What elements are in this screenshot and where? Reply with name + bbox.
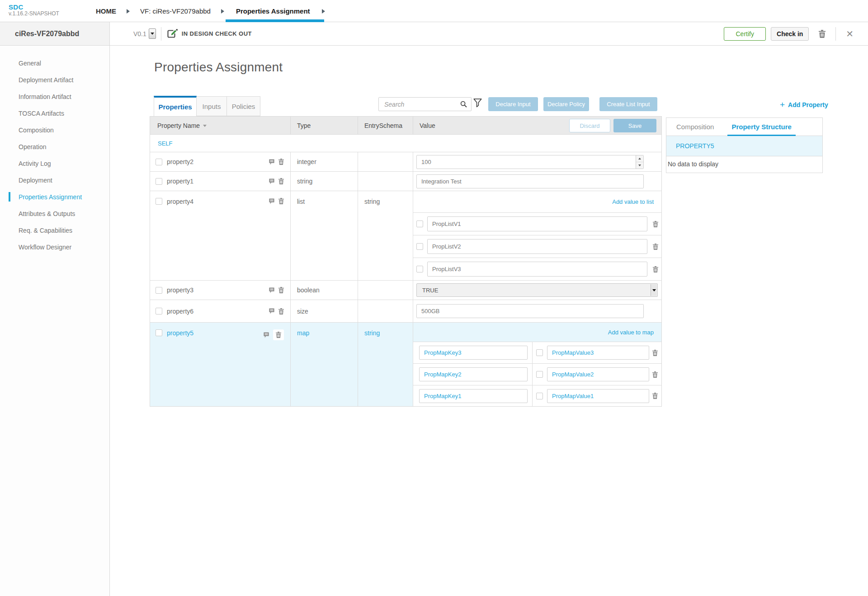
list-item-input[interactable] (427, 262, 647, 277)
delete-map-entry-icon[interactable] (652, 350, 658, 356)
map-value-input[interactable] (547, 346, 649, 360)
declare-policy-button[interactable]: Declare Policy (543, 97, 589, 111)
delete-icon[interactable] (819, 30, 826, 38)
selected-property-row[interactable]: PROPERTY5 (666, 136, 822, 156)
comment-icon[interactable] (269, 178, 274, 184)
row-checkbox[interactable] (156, 287, 162, 294)
group-row-self[interactable]: SELF (150, 135, 661, 152)
sidebar-item-deployment-artifact[interactable]: Deployment Artifact (0, 71, 109, 88)
property1-value-input[interactable] (416, 174, 644, 188)
property2-value-input[interactable] (416, 155, 644, 169)
delete-property-icon[interactable] (278, 287, 284, 293)
delete-property-icon[interactable] (278, 198, 284, 204)
breadcrumb-separator-icon (221, 9, 224, 14)
create-list-input-button[interactable]: Create List Input (599, 97, 657, 111)
row-checkbox[interactable] (156, 178, 162, 185)
delete-property-icon[interactable] (278, 308, 284, 314)
certify-button[interactable]: Certify (724, 27, 766, 41)
discard-button[interactable]: Discard (569, 119, 610, 132)
row-checkbox[interactable] (156, 198, 162, 205)
map-key-input[interactable] (419, 346, 528, 360)
table-header: Property Name Type EntrySchema Value Dis… (150, 117, 661, 135)
comment-icon[interactable] (269, 308, 274, 314)
delete-list-item-icon[interactable] (653, 266, 658, 272)
sidebar-item-composition[interactable]: Composition (0, 122, 109, 138)
list-item-checkbox[interactable] (416, 243, 423, 250)
comment-icon[interactable] (269, 159, 274, 165)
sidebar-item-tosca-artifacts[interactable]: TOSCA Artifacts (0, 105, 109, 122)
map-entry-checkbox[interactable] (536, 371, 543, 378)
sidebar-item-deployment[interactable]: Deployment (0, 172, 109, 188)
check-in-button[interactable]: Check in (771, 27, 809, 41)
delete-list-item-icon[interactable] (653, 221, 658, 227)
property-type: boolean (291, 281, 358, 300)
breadcrumb-vf[interactable]: VF: ciRes-VF2079abbd (140, 0, 211, 22)
list-item-input[interactable] (427, 239, 647, 254)
map-key-input[interactable] (419, 367, 528, 381)
close-icon[interactable]: ✕ (846, 29, 854, 38)
tab-properties[interactable]: Properties (154, 96, 197, 116)
boolean-value-select[interactable]: TRUE (416, 283, 658, 297)
map-entry-checkbox[interactable] (536, 349, 543, 356)
delete-property-icon[interactable] (273, 329, 284, 340)
list-item-row (413, 212, 661, 235)
filter-icon[interactable] (473, 99, 482, 108)
map-key-input[interactable] (419, 389, 528, 403)
property-name[interactable]: property5 (167, 329, 193, 337)
row-checkbox[interactable] (156, 308, 162, 314)
add-value-to-map-link[interactable]: Add value to map (608, 329, 654, 336)
sidebar-item-information-artifact[interactable]: Information Artifact (0, 88, 109, 105)
sidebar-item-general[interactable]: General (0, 55, 109, 71)
property6-value-input[interactable] (416, 304, 644, 318)
comment-icon[interactable] (264, 332, 269, 338)
tab-inputs[interactable]: Inputs (197, 96, 227, 116)
breadcrumb-properties-assignment[interactable]: Properties Assignment (235, 0, 311, 22)
delete-list-item-icon[interactable] (653, 244, 658, 250)
search-icon[interactable] (460, 101, 467, 108)
property-entryschema: string (358, 323, 413, 406)
sidebar-item-properties-assignment[interactable]: Properties Assignment (0, 188, 109, 205)
save-button[interactable]: Save (613, 119, 656, 132)
sidebar-item-operation[interactable]: Operation (0, 138, 109, 155)
map-value-input[interactable] (547, 367, 649, 381)
comment-icon[interactable] (269, 198, 274, 204)
list-item-checkbox[interactable] (416, 266, 423, 272)
delete-property-icon[interactable] (278, 178, 284, 184)
property-name[interactable]: property2 (167, 158, 193, 165)
breadcrumb-home[interactable]: HOME (96, 0, 116, 22)
list-item-input[interactable] (427, 216, 647, 231)
toolbar-divider (835, 27, 836, 41)
tab-property-structure[interactable]: Property Structure (731, 118, 792, 136)
map-entry-checkbox[interactable] (536, 393, 543, 399)
column-header-type[interactable]: Type (291, 117, 358, 134)
sidebar-item-activity-log[interactable]: Activity Log (0, 155, 109, 172)
version-select[interactable] (149, 28, 156, 39)
property-name[interactable]: property4 (167, 198, 193, 205)
add-value-to-list-link[interactable]: Add value to list (612, 198, 654, 205)
sdc-logo[interactable]: SDC v.1.16.2-SNAPSHOT (9, 3, 59, 17)
add-property-button[interactable]: + Add Property (780, 100, 828, 109)
panel-tab-bar: Composition Property Structure (666, 118, 822, 136)
number-spinner[interactable] (636, 155, 643, 169)
property-name[interactable]: property6 (167, 308, 193, 315)
column-header-property-name[interactable]: Property Name (150, 117, 291, 134)
property-name[interactable]: property1 (167, 178, 193, 185)
sidebar-item-req-capabilities[interactable]: Req. & Capabilities (0, 222, 109, 239)
list-item-checkbox[interactable] (416, 221, 423, 227)
sidebar-item-attributes-outputs[interactable]: Attributes & Outputs (0, 205, 109, 222)
tab-policies[interactable]: Policies (227, 96, 260, 116)
delete-map-entry-icon[interactable] (652, 393, 658, 399)
delete-property-icon[interactable] (278, 159, 284, 165)
row-checkbox[interactable] (156, 159, 162, 165)
declare-input-button[interactable]: Declare Input (488, 97, 538, 111)
select-dropdown-icon (651, 284, 657, 296)
map-value-input[interactable] (547, 389, 649, 403)
delete-map-entry-icon[interactable] (652, 371, 658, 378)
tab-composition[interactable]: Composition (676, 123, 714, 131)
column-header-entryschema[interactable]: EntrySchema (358, 117, 413, 134)
search-input[interactable] (379, 101, 460, 108)
property-name[interactable]: property3 (167, 286, 193, 294)
row-checkbox[interactable] (156, 329, 162, 336)
sidebar-item-workflow-designer[interactable]: Workflow Designer (0, 239, 109, 255)
comment-icon[interactable] (269, 287, 274, 293)
